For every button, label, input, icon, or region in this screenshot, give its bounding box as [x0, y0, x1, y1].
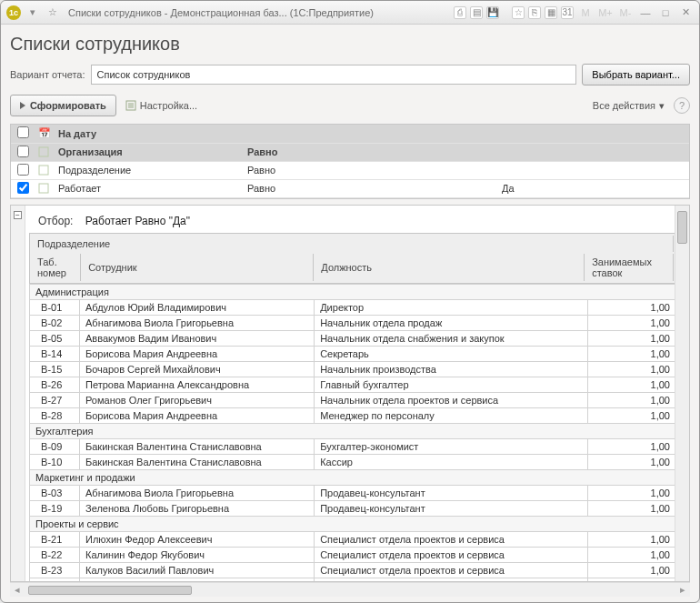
outline-gutter: − — [11, 206, 25, 582]
window-title: Списки сотрудников - Демонстрационная ба… — [65, 7, 450, 18]
cell-rate: 1,00 — [587, 578, 675, 581]
cell-tab: B-09 — [30, 438, 80, 454]
help-button[interactable]: ? — [674, 97, 690, 114]
table-row[interactable]: B-09Бакинская Валентина СтаниславовнаБух… — [30, 438, 675, 454]
mem-mminus[interactable]: M- — [617, 5, 634, 20]
cell-rate: 1,00 — [587, 438, 675, 454]
cell-rate: 1,00 — [587, 315, 675, 330]
dropdown-icon[interactable]: ▾ — [25, 5, 41, 20]
table-row[interactable]: B-27Романов Олег ГригорьевичНачальник от… — [30, 392, 675, 407]
col-tab: Таб. номер — [32, 254, 81, 281]
cell-emp: Аввакумов Вадим Иванович — [80, 330, 315, 346]
group-row[interactable]: Проекты и сервис — [30, 516, 675, 531]
cell-tab: B-10 — [30, 454, 80, 469]
preview-icon[interactable]: ▤ — [470, 6, 483, 19]
cell-tab: B-22 — [30, 547, 80, 562]
cell-rate: 1,00 — [587, 547, 675, 562]
cell-rate: 1,00 — [587, 330, 675, 346]
minimize-button[interactable]: — — [637, 5, 654, 20]
mem-m[interactable]: M — [577, 5, 594, 20]
table-row[interactable]: B-26Петрова Марианна АлександровнаГлавны… — [30, 377, 675, 392]
all-actions-label: Все действия — [593, 100, 655, 111]
report-scroll[interactable]: Отбор: Работает Равно "Да" Подразделение… — [25, 206, 675, 582]
settings-icon — [125, 100, 136, 111]
choose-variant-button[interactable]: Выбрать вариант... — [582, 64, 690, 85]
table-row[interactable]: B-01Абдулов Юрий ВладимировичДиректор1,0… — [30, 299, 675, 315]
cell-emp: Бакинская Валентина Станиславовна — [80, 438, 315, 454]
all-actions-link[interactable]: Все действия ▾ — [593, 100, 665, 112]
horizontal-thumb[interactable] — [28, 586, 192, 595]
svg-rect-4 — [39, 147, 48, 156]
cell-pos: Специалист отдела проектов и сервиса — [315, 531, 587, 547]
report-header: Подразделение Таб. номер Сотрудник Должн… — [29, 233, 675, 284]
table-row[interactable]: B-21Илюхин Федор АлексеевичСпециалист от… — [30, 531, 675, 547]
filter-icon — [35, 161, 55, 179]
maximize-button[interactable]: □ — [657, 5, 674, 20]
calc-icon[interactable]: ▦ — [545, 6, 557, 19]
vertical-thumb[interactable] — [677, 211, 687, 244]
filters-table: 📅 На дату ОрганизацияРавноПодразделениеР… — [11, 125, 689, 198]
cell-tab: B-27 — [30, 392, 80, 407]
scroll-left-icon[interactable]: ◂ — [10, 584, 25, 596]
print-icon[interactable]: ⎙ — [454, 6, 466, 19]
title-bar: 1c ▾ ☆ Списки сотрудников - Демонстрацио… — [1, 1, 699, 25]
filter-value — [498, 143, 689, 161]
table-row[interactable]: B-14Борисова Мария АндреевнаСекретарь1,0… — [30, 346, 675, 361]
collapse-toggle[interactable]: − — [14, 211, 22, 219]
cell-emp: Калинин Федор Якубович — [80, 547, 315, 562]
group-row[interactable]: Маркетинг и продажи — [30, 469, 675, 485]
cell-emp: Абнагимова Виола Григорьевна — [80, 315, 315, 330]
cell-pos: Кассир — [315, 454, 587, 469]
cell-emp: Петрова Марианна Александровна — [80, 377, 315, 392]
filter-check[interactable] — [17, 164, 29, 176]
settings-link[interactable]: Настройка... — [125, 100, 197, 111]
col-rate: Занимаемых ставок — [586, 254, 674, 281]
calendar-icon[interactable]: 31 — [561, 6, 574, 19]
vertical-scrollbar[interactable] — [675, 206, 689, 582]
cell-emp: Борисова Мария Андреевна — [80, 407, 315, 423]
link-icon[interactable]: ⎘ — [528, 6, 541, 19]
filter-check[interactable] — [17, 182, 29, 194]
cell-pos: Начальник отдела проектов и сервиса — [315, 392, 587, 407]
table-row[interactable]: B-05Аввакумов Вадим ИвановичНачальник от… — [30, 330, 675, 346]
cell-rate: 1,00 — [587, 407, 675, 423]
col-emp: Сотрудник — [83, 254, 314, 281]
filter-check[interactable] — [17, 146, 29, 157]
table-row[interactable]: B-23Калуков Василий ПавловичСпециалист о… — [30, 562, 675, 578]
filter-summary-label: Отбор: — [38, 215, 73, 227]
scroll-right-icon[interactable]: ▸ — [675, 584, 690, 596]
table-row[interactable]: B-10Бакинская Валентина СтаниславовнаКас… — [30, 454, 675, 469]
filter-cond: Равно — [244, 179, 498, 197]
cell-pos: Начальник производства — [315, 361, 587, 377]
filter-header-check[interactable] — [17, 126, 29, 138]
variant-input[interactable] — [91, 65, 577, 85]
table-row[interactable]: B-02Абнагимова Виола ГригорьевнаНачальни… — [30, 315, 675, 330]
table-row[interactable]: B-22Калинин Федор ЯкубовичСпециалист отд… — [30, 547, 675, 562]
close-button[interactable]: ✕ — [677, 5, 694, 20]
table-row[interactable]: B-24Кожевников Вячеслав ДмитриевичСпециа… — [30, 578, 675, 581]
table-row[interactable]: B-28Борисова Мария АндреевнаМенеджер по … — [30, 407, 675, 423]
cell-rate: 1,00 — [587, 531, 675, 547]
cell-tab: B-01 — [30, 299, 80, 315]
group-row[interactable]: Бухгалтерия — [30, 423, 675, 438]
svg-rect-6 — [39, 184, 48, 193]
horizontal-scrollbar[interactable]: ◂ ▸ — [10, 582, 690, 597]
save-icon[interactable]: 💾 — [486, 6, 499, 19]
mem-mplus[interactable]: M+ — [597, 5, 614, 20]
cell-emp: Абдулов Юрий Владимирович — [80, 299, 315, 315]
table-row[interactable]: B-19Зеленова Любовь ГригорьевнаПродавец-… — [30, 500, 675, 516]
cell-emp: Борисова Мария Андреевна — [80, 346, 315, 361]
star2-icon[interactable]: ☆ — [512, 6, 525, 19]
report-data-table: Администрация B-01Абдулов Юрий Владимиро… — [29, 284, 675, 582]
filters-header-label: На дату — [55, 125, 689, 143]
group-row[interactable]: Администрация — [30, 284, 675, 299]
toolbar: Сформировать Настройка... Все действия ▾… — [10, 93, 690, 124]
filter-row: ПодразделениеРавно — [11, 161, 689, 179]
form-button[interactable]: Сформировать — [10, 95, 116, 116]
table-row[interactable]: B-15Бочаров Сергей МихайловичНачальник п… — [30, 361, 675, 377]
filters-panel: 📅 На дату ОрганизацияРавноПодразделениеР… — [10, 124, 690, 199]
cell-rate: 1,00 — [587, 377, 675, 392]
cell-rate: 1,00 — [587, 392, 675, 407]
table-row[interactable]: B-03Абнагимова Виола ГригорьевнаПродавец… — [30, 485, 675, 500]
star-icon[interactable]: ☆ — [45, 5, 61, 20]
